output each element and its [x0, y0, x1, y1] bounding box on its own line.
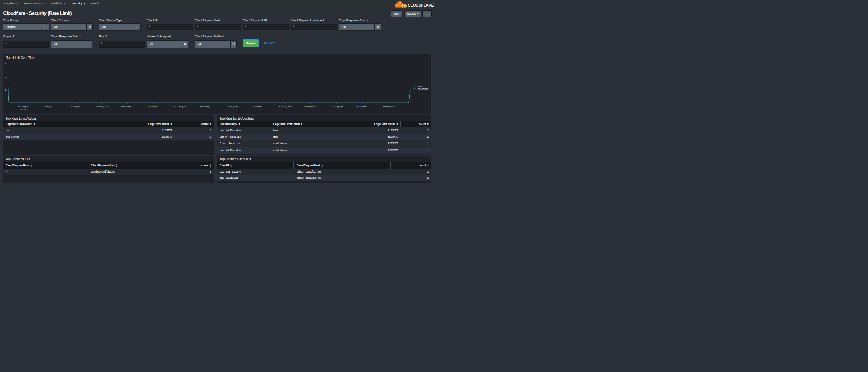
svg-text:2019: 2019 [20, 108, 26, 111]
svg-text:Fri May 24: Fri May 24 [226, 105, 238, 108]
svg-text:Rate Limit Over Time: Rate Limit Over Time [6, 56, 35, 60]
svg-text:Thu May 23: Thu May 23 [200, 105, 212, 108]
svg-text:Thu May 16: Thu May 16 [17, 105, 29, 108]
svg-text:Sun May 19: Sun May 19 [95, 105, 108, 108]
svg-text:Sun May 26: Sun May 26 [278, 105, 290, 108]
svg-text:Tue May 28: Tue May 28 [330, 105, 343, 108]
svg-text:challenge: challenge [417, 88, 429, 91]
svg-text:Fri May 17: Fri May 17 [44, 105, 55, 108]
svg-text:Sat May 25: Sat May 25 [252, 105, 264, 108]
svg-text:Tue May 21: Tue May 21 [148, 105, 160, 108]
svg-text:Sat May 18: Sat May 18 [69, 105, 82, 108]
svg-text:3: 3 [5, 63, 6, 65]
svg-text:Mon May 27: Mon May 27 [304, 105, 317, 108]
svg-text:Wed May 22: Wed May 22 [173, 105, 186, 108]
svg-text:1: 1 [5, 89, 6, 91]
svg-text:CLOUDFLARE: CLOUDFLARE [408, 3, 434, 7]
svg-text:Mon May 20: Mon May 20 [121, 105, 134, 108]
svg-text:2: 2 [5, 75, 6, 78]
svg-text:Thu May 30: Thu May 30 [383, 105, 395, 108]
svg-text:Wed May 29: Wed May 29 [356, 105, 370, 108]
